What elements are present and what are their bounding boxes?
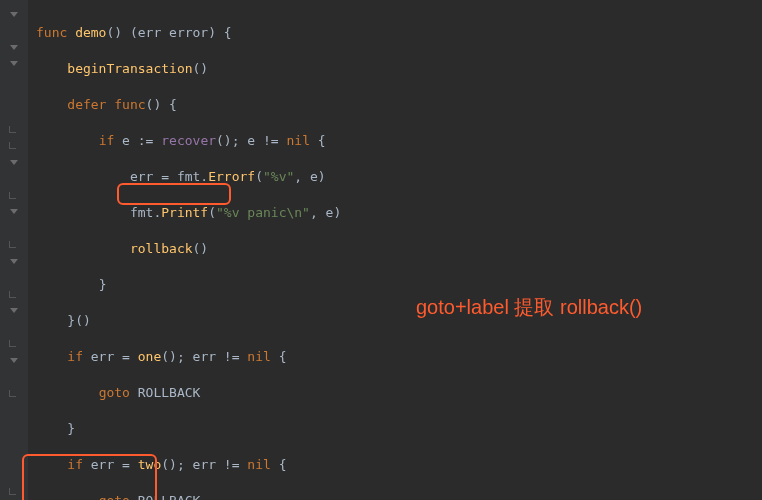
code-line: if err = one(); err != nil { — [36, 348, 762, 366]
fold-marker[interactable] — [0, 39, 28, 55]
code-line: err = fmt.Errorf("%v", e) — [36, 168, 762, 186]
fold-marker[interactable] — [0, 154, 28, 170]
code-line: } — [36, 420, 762, 438]
code-line: defer func() { — [36, 96, 762, 114]
fold-end-marker — [0, 286, 28, 302]
code-line: if err = two(); err != nil { — [36, 456, 762, 474]
fold-end-marker — [0, 484, 28, 500]
fold-marker[interactable] — [0, 302, 28, 318]
fold-end-marker — [0, 237, 28, 253]
code-line: fmt.Printf("%v panic\n", e) — [36, 204, 762, 222]
fold-marker[interactable] — [0, 352, 28, 368]
code-line: if e := recover(); e != nil { — [36, 132, 762, 150]
fold-marker[interactable] — [0, 253, 28, 269]
code-line: rollback() — [36, 240, 762, 258]
fold-end-marker — [0, 335, 28, 351]
fold-end-marker — [0, 385, 28, 401]
fold-end-marker — [0, 138, 28, 154]
code-line: beginTransaction() — [36, 60, 762, 78]
code-line: }() — [36, 312, 762, 330]
code-line: goto ROLLBACK — [36, 492, 762, 500]
code-line: } — [36, 276, 762, 294]
code-line: goto ROLLBACK — [36, 384, 762, 402]
fold-marker[interactable] — [0, 6, 28, 22]
fold-marker[interactable] — [0, 204, 28, 220]
fold-end-marker — [0, 121, 28, 137]
fold-marker[interactable] — [0, 55, 28, 71]
gutter — [0, 0, 28, 500]
fold-end-marker — [0, 187, 28, 203]
code-editor: func demo() (err error) { beginTransacti… — [0, 0, 762, 500]
code-area[interactable]: func demo() (err error) { beginTransacti… — [28, 0, 762, 500]
code-line: func demo() (err error) { — [36, 24, 762, 42]
highlight-box-goto — [117, 183, 231, 205]
